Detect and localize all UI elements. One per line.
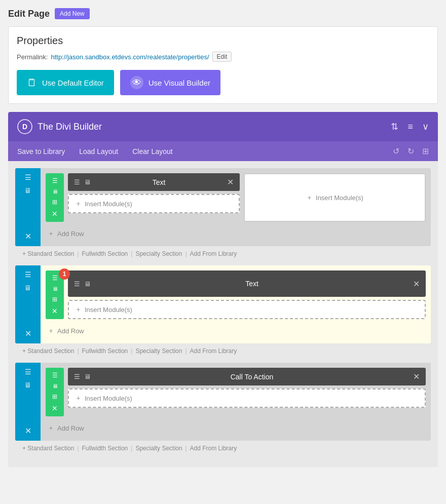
- divider-1c: |: [185, 250, 187, 257]
- section-1-footer: + Standard Section | Fullwidth Section |…: [15, 246, 431, 261]
- divi-logo: D: [17, 119, 32, 134]
- page-title: Edit Page: [8, 9, 50, 19]
- section-3-hamburger-icon[interactable]: ☰: [25, 368, 31, 376]
- chevron-down-icon[interactable]: ∨: [422, 121, 429, 132]
- module-2-bar[interactable]: ☰ 🖥 Text ✕: [68, 270, 426, 297]
- section-hamburger-icon[interactable]: ☰: [25, 173, 31, 181]
- specialty-section-1[interactable]: Specialty Section: [135, 250, 182, 257]
- add-new-button[interactable]: Add New: [55, 8, 90, 19]
- divider-3b: |: [131, 445, 132, 452]
- section-3-monitor-icon[interactable]: 🖥: [24, 381, 31, 389]
- permalink-edit-button[interactable]: Edit: [212, 52, 232, 62]
- module-3-hamburger-icon: ☰: [74, 373, 80, 380]
- redo-icon[interactable]: ↻: [407, 146, 414, 156]
- divi-title: The Divi Builder: [38, 122, 102, 132]
- module-1-monitor-icon: 🖥: [84, 178, 91, 186]
- add-row-2-plus-icon: ＋: [48, 326, 54, 335]
- add-row-2[interactable]: ＋ Add Row: [46, 323, 426, 338]
- row-2-x-icon[interactable]: ✕: [52, 307, 58, 315]
- toolbar-right: ↺ ↻ ⊞: [393, 146, 429, 156]
- permalink-row: Permalink: http://jason.sandbox.etdevs.c…: [17, 52, 429, 62]
- standard-section-3[interactable]: + Standard Section: [22, 445, 74, 452]
- insert-module-3-label: Insert Module(s): [85, 395, 132, 402]
- module-3-close-icon[interactable]: ✕: [413, 372, 420, 381]
- row-1-x-icon[interactable]: ✕: [52, 210, 58, 218]
- section-1-block: ☰ 🖥 ✕ ☰ 🖥 ⊞ ✕: [15, 168, 431, 246]
- add-from-library-2[interactable]: Add From Library: [190, 347, 237, 355]
- section-2-footer: + Standard Section | Fullwidth Section |…: [15, 343, 431, 359]
- divider-3a: |: [77, 445, 79, 452]
- row-2-grid-icon[interactable]: ⊞: [52, 296, 57, 303]
- section-2-monitor-icon[interactable]: 🖥: [24, 284, 31, 292]
- permalink-link[interactable]: http://jason.sandbox.etdevs.com/realesta…: [51, 53, 209, 61]
- standard-section-2[interactable]: + Standard Section: [22, 347, 74, 355]
- default-editor-label: Use Default Editor: [42, 79, 104, 87]
- module-3-bar[interactable]: ☰ 🖥 Call To Action ✕: [68, 368, 426, 385]
- insert-module-2[interactable]: ＋ Insert Module(s): [68, 300, 426, 319]
- insert-module-2-plus-icon: ＋: [75, 305, 82, 314]
- add-row-1[interactable]: ＋ Add Row: [46, 226, 426, 241]
- divi-toolbar: Save to Library Load Layout Clear Layout…: [8, 141, 438, 161]
- module-1-close-icon[interactable]: ✕: [227, 177, 234, 187]
- divider-3c: |: [185, 445, 187, 452]
- row-1-hamburger-icon[interactable]: ☰: [52, 177, 58, 184]
- section-2-block: ☰ 🖥 ✕ 1 ☰ 🖥 ⊞ ✕: [15, 265, 431, 343]
- specialty-section-2[interactable]: Specialty Section: [135, 347, 182, 355]
- row-3-x-icon[interactable]: ✕: [52, 404, 58, 412]
- row-1-monitor-icon[interactable]: 🖥: [52, 188, 58, 195]
- load-layout-button[interactable]: Load Layout: [79, 147, 118, 156]
- visual-builder-button[interactable]: 👁 Use Visual Builder: [120, 70, 220, 95]
- add-row-2-label: Add Row: [57, 327, 84, 335]
- divider-1b: |: [131, 250, 132, 257]
- add-from-library-1[interactable]: Add From Library: [190, 250, 237, 257]
- save-to-library-button[interactable]: Save to Library: [17, 147, 65, 156]
- grid-settings-icon[interactable]: ⊞: [422, 146, 429, 156]
- editor-buttons: 🗒 Use Default Editor 👁 Use Visual Builde…: [17, 70, 429, 95]
- divi-header: D The Divi Builder ⇅ ≡ ∨: [8, 112, 438, 141]
- insert-module-3-plus-icon: ＋: [75, 394, 82, 403]
- row-2-monitor-icon[interactable]: 🖥: [52, 286, 58, 292]
- undo-icon[interactable]: ↺: [393, 146, 399, 156]
- module-1-label: Text: [91, 178, 227, 186]
- panel-title: Properties: [17, 35, 429, 47]
- section-monitor-icon[interactable]: 🖥: [24, 186, 31, 195]
- add-from-library-3[interactable]: Add From Library: [190, 445, 237, 452]
- row-3-grid-icon[interactable]: ⊞: [52, 393, 57, 400]
- divider-2a: |: [77, 347, 79, 355]
- insert-module-col-2[interactable]: ＋ Insert Module(s): [244, 173, 426, 222]
- section-2-sidebar: ☰ 🖥 ✕: [15, 265, 41, 343]
- module-1-bar-left: ☰ 🖥: [74, 178, 91, 186]
- divi-builder: D The Divi Builder ⇅ ≡ ∨ Save to Library…: [8, 112, 438, 467]
- module-3-monitor-icon: 🖥: [84, 373, 91, 380]
- row-3: ☰ 🖥 ⊞ ✕ ☰ 🖥 Call To Action: [46, 368, 426, 416]
- default-editor-button[interactable]: 🗒 Use Default Editor: [17, 70, 114, 95]
- fullwidth-section-3[interactable]: Fullwidth Section: [82, 445, 128, 452]
- clear-layout-button[interactable]: Clear Layout: [132, 147, 172, 156]
- insert-module-1[interactable]: ＋ Insert Module(s): [68, 194, 240, 213]
- toolbar-left: Save to Library Load Layout Clear Layout: [17, 147, 173, 156]
- section-2-x-icon[interactable]: ✕: [25, 329, 31, 338]
- module-1-bar[interactable]: ☰ 🖥 Text ✕: [68, 173, 240, 191]
- add-row-1-plus-icon: ＋: [48, 229, 54, 238]
- menu-icon[interactable]: ≡: [407, 122, 413, 132]
- fullwidth-section-1[interactable]: Fullwidth Section: [82, 250, 128, 257]
- add-row-3[interactable]: ＋ Add Row: [46, 420, 426, 436]
- section-x-icon[interactable]: ✕: [25, 231, 31, 241]
- row-3-hamburger-icon[interactable]: ☰: [52, 372, 58, 379]
- row-3-monitor-icon[interactable]: 🖥: [52, 383, 58, 389]
- row-2: 1 ☰ 🖥 ⊞ ✕ ☰ 🖥: [46, 270, 426, 319]
- section-3-x-icon[interactable]: ✕: [25, 426, 31, 436]
- row-2-hamburger-icon[interactable]: ☰: [52, 275, 58, 282]
- fullwidth-section-2[interactable]: Fullwidth Section: [82, 347, 128, 355]
- row-1-sidebar: ☰ 🖥 ⊞ ✕: [46, 173, 64, 222]
- module-2-label: Text: [91, 280, 413, 288]
- insert-module-2-label: Insert Module(s): [85, 306, 132, 314]
- standard-section-1[interactable]: + Standard Section: [22, 250, 74, 257]
- section-3: ☰ 🖥 ✕ ☰ 🖥 ⊞ ✕: [15, 363, 431, 456]
- insert-module-3[interactable]: ＋ Insert Module(s): [68, 389, 426, 408]
- specialty-section-3[interactable]: Specialty Section: [135, 445, 182, 452]
- row-1-grid-icon[interactable]: ⊞: [52, 199, 57, 206]
- section-2-hamburger-icon[interactable]: ☰: [25, 270, 31, 279]
- sort-icon[interactable]: ⇅: [391, 121, 398, 132]
- module-2-close-icon[interactable]: ✕: [413, 279, 420, 289]
